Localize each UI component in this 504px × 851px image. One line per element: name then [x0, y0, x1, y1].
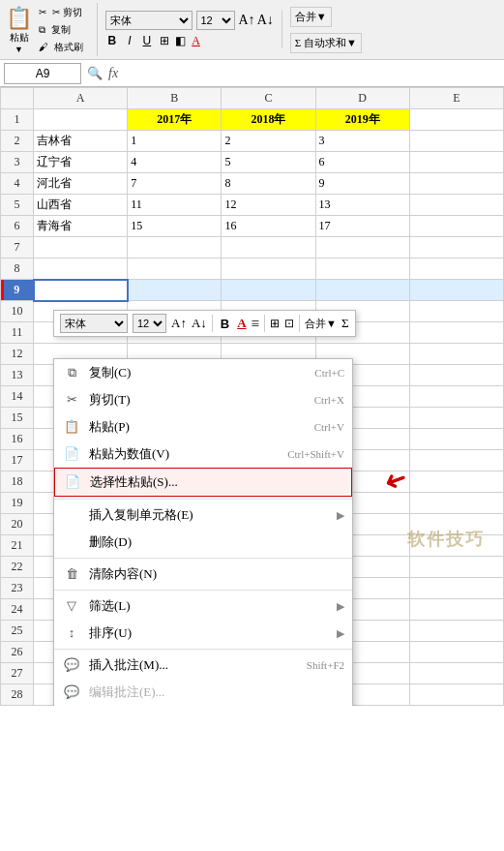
cell-e1[interactable]: [409, 109, 503, 131]
cell-b7[interactable]: [128, 237, 222, 258]
mini-merge-button[interactable]: 合并▼: [305, 317, 337, 331]
cell-a4[interactable]: 河北省: [34, 173, 128, 195]
cell-c9[interactable]: [222, 280, 315, 301]
menu-item-icon: ↕: [62, 625, 81, 641]
cell-a2[interactable]: 吉林省: [34, 131, 128, 152]
cell-b2[interactable]: 1: [128, 131, 222, 152]
col-header-e[interactable]: E: [409, 88, 503, 109]
underline-button[interactable]: U: [140, 33, 155, 48]
cell-b9[interactable]: [128, 280, 222, 301]
cell-c5[interactable]: 12: [222, 195, 315, 216]
cell-d5[interactable]: 13: [315, 195, 409, 216]
italic-button[interactable]: I: [125, 33, 133, 48]
menu-item-icon: 💬: [62, 684, 81, 700]
cell-e9[interactable]: [409, 280, 503, 301]
cell-d6[interactable]: 17: [315, 216, 409, 237]
context-menu-item-cut[interactable]: ✂剪切(T)Ctrl+X: [54, 386, 352, 413]
col-header-c[interactable]: C: [222, 88, 315, 109]
cell-a5[interactable]: 山西省: [34, 195, 128, 216]
row-marker: [1, 280, 4, 300]
cell-c7[interactable]: [222, 237, 315, 258]
cell-d1[interactable]: 2019年: [315, 109, 409, 131]
mini-bold-button[interactable]: B: [218, 316, 232, 332]
cell-e7[interactable]: [409, 237, 503, 258]
col-header-b[interactable]: B: [128, 88, 222, 109]
cell-b5[interactable]: 11: [128, 195, 222, 216]
menu-item-shortcut: Shift+F2: [307, 659, 344, 671]
context-menu-item-insert-copy[interactable]: 插入复制单元格(E)▶: [54, 501, 352, 529]
cell-a7[interactable]: [34, 237, 128, 258]
formula-input[interactable]: [124, 63, 500, 84]
cell-d3[interactable]: 6: [315, 152, 409, 173]
cell-a9[interactable]: [34, 280, 128, 301]
row-num: 16: [1, 429, 34, 450]
fill-color-button[interactable]: ◧: [175, 34, 186, 48]
decrease-font-button[interactable]: A↓: [257, 13, 274, 28]
context-menu-item-filter[interactable]: ▽筛选(L)▶: [54, 593, 352, 620]
col-header-a[interactable]: A: [34, 88, 128, 109]
paste-dropdown[interactable]: ▼: [15, 45, 23, 54]
cell-d2[interactable]: 3: [315, 131, 409, 152]
cell-c3[interactable]: 5: [222, 152, 315, 173]
cell-b3[interactable]: 4: [128, 152, 222, 173]
increase-font-button[interactable]: A↑: [239, 13, 255, 28]
font-color-button[interactable]: A: [192, 34, 200, 48]
autosum-button[interactable]: Σ 自动求和▼: [290, 33, 362, 53]
cell-a8[interactable]: [34, 258, 128, 280]
context-menu-item-sort[interactable]: ↕排序(U)▶: [54, 620, 352, 647]
cell-c8[interactable]: [222, 258, 315, 280]
cell-c2[interactable]: 2: [222, 131, 315, 152]
font-increase-icon[interactable]: A↑: [171, 316, 187, 331]
cell-c6[interactable]: 16: [222, 216, 315, 237]
border-button[interactable]: ⊞: [160, 34, 169, 48]
bold-button[interactable]: B: [105, 33, 120, 48]
cell-a1[interactable]: [34, 109, 128, 131]
context-menu-item-paste[interactable]: 📋粘贴(P)Ctrl+V: [54, 413, 352, 441]
font-size-select[interactable]: 12: [196, 11, 235, 30]
row-num: 21: [1, 535, 34, 557]
copy-button[interactable]: ⧉ 复制: [36, 22, 89, 38]
cell-d7[interactable]: [315, 237, 409, 258]
cell-b8[interactable]: [128, 258, 222, 280]
menu-item-icon: ▽: [62, 598, 81, 614]
merge-button[interactable]: 合并▼: [290, 7, 332, 27]
mini-border-button[interactable]: ⊞: [270, 317, 280, 331]
cell-a6[interactable]: 青海省: [34, 216, 128, 237]
mini-font-select[interactable]: 宋体: [60, 314, 128, 333]
paste-button[interactable]: 📋 粘贴 ▼: [6, 6, 32, 54]
cell-e2[interactable]: [409, 131, 503, 152]
cell-d4[interactable]: 9: [315, 173, 409, 195]
row-num-2: 2: [1, 131, 34, 152]
col-header-d[interactable]: D: [315, 88, 409, 109]
cell-c1[interactable]: 2018年: [222, 109, 315, 131]
context-menu-item-copy[interactable]: ⧉复制(C)Ctrl+C: [54, 359, 352, 386]
cell-d9[interactable]: [315, 280, 409, 301]
context-menu-item-comment-insert[interactable]: 💬插入批注(M)...Shift+F2: [54, 652, 352, 679]
cell-e5[interactable]: [409, 195, 503, 216]
mini-format-button[interactable]: ⊡: [284, 317, 294, 331]
cell-e6[interactable]: [409, 216, 503, 237]
cell-d8[interactable]: [315, 258, 409, 280]
mini-autosum-button[interactable]: Σ: [341, 316, 349, 331]
font-decrease-icon[interactable]: A↓: [192, 316, 207, 331]
mini-align-button[interactable]: ≡: [252, 316, 259, 332]
cut-button[interactable]: ✂ ✂剪切: [36, 5, 89, 20]
cell-e4[interactable]: [409, 173, 503, 195]
cell-e8[interactable]: [409, 258, 503, 280]
mini-size-select[interactable]: 12: [133, 314, 166, 333]
cell-c4[interactable]: 8: [222, 173, 315, 195]
cell-reference-input[interactable]: [4, 63, 81, 84]
mini-font-color-icon[interactable]: A: [237, 316, 246, 331]
cell-b6[interactable]: 15: [128, 216, 222, 237]
cell-e3[interactable]: [409, 152, 503, 173]
context-menu-item-paste-special[interactable]: 📄选择性粘贴(S)...: [54, 468, 352, 497]
context-menu-item-paste-value[interactable]: 📄粘贴为数值(V)Ctrl+Shift+V: [54, 441, 352, 468]
font-family-select[interactable]: 宋体: [105, 11, 193, 30]
context-menu-item-delete[interactable]: 删除(D): [54, 529, 352, 556]
context-menu-item-clear[interactable]: 🗑清除内容(N): [54, 561, 352, 588]
cell-a3[interactable]: 辽宁省: [34, 152, 128, 173]
cell-b1[interactable]: 2017年: [128, 109, 222, 131]
cell-b4[interactable]: 7: [128, 173, 222, 195]
format-painter-button[interactable]: 🖌 格式刷: [36, 40, 89, 55]
menu-item-icon: 🗑: [62, 566, 81, 582]
